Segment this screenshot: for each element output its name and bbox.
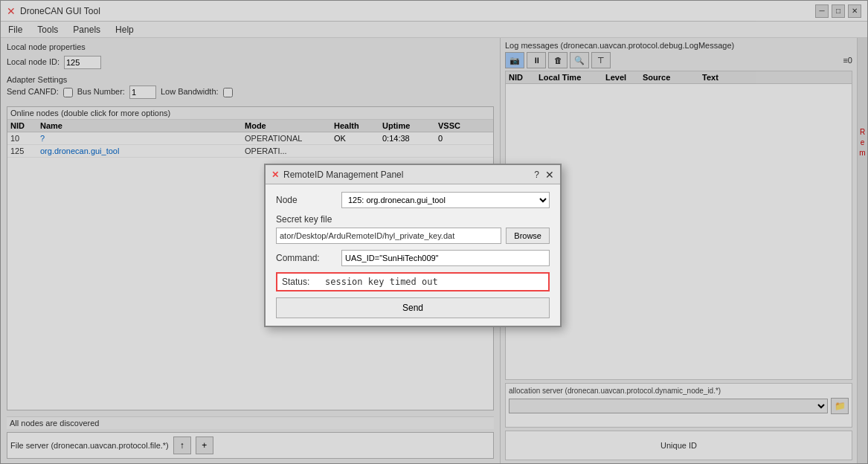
status-label: Status: [282,277,319,287]
secret-key-row: Browse [276,228,550,244]
command-row: Command: [276,250,550,266]
node-select[interactable]: 125: org.dronecan.gui_tool [341,192,550,208]
node-label: Node [276,195,335,205]
secret-key-section: Secret key file Browse [276,214,550,244]
modal-title-left: ✕ RemoteID Management Panel [271,170,403,180]
node-form-row: Node 125: org.dronecan.gui_tool [276,192,550,208]
secret-key-input[interactable] [276,228,501,244]
modal-help-button[interactable]: ? [534,170,539,180]
modal-close-button[interactable]: ✕ [545,169,554,181]
modal-title-bar: ✕ RemoteID Management Panel ? ✕ [266,165,560,184]
modal-body: Node 125: org.dronecan.gui_tool Secret k… [266,184,560,326]
command-label: Command: [276,253,335,263]
status-row: Status: session key timed out [276,272,550,291]
secret-key-label: Secret key file [276,214,550,225]
status-value: session key timed out [325,277,438,287]
command-input[interactable] [341,250,550,266]
modal-title-controls: ? ✕ [534,169,554,181]
modal-icon: ✕ [271,170,279,180]
modal-overlay: ✕ RemoteID Management Panel ? ✕ Node 125… [0,0,868,464]
remoteid-modal: ✕ RemoteID Management Panel ? ✕ Node 125… [264,164,562,327]
modal-title: RemoteID Management Panel [283,170,403,180]
browse-button[interactable]: Browse [506,228,550,244]
send-button[interactable]: Send [276,297,550,318]
